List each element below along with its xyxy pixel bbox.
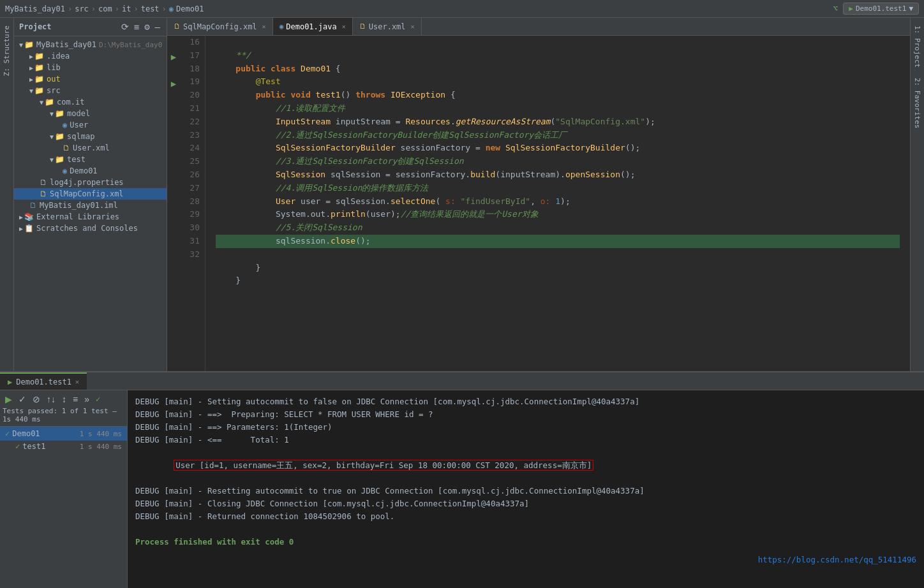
tree-item-log4j[interactable]: 🗋 log4j.properties: [14, 177, 167, 188]
sidebar-title: Project: [19, 22, 52, 31]
tree-item-lib[interactable]: ▶ 📁 lib: [14, 62, 167, 73]
gutter-icons: ▶ ▶: [167, 36, 180, 371]
code-line-17: public class Demo01 {: [216, 64, 341, 73]
run-gutter-icon: ▶: [171, 78, 176, 89]
folder-icon: 📁: [24, 40, 34, 49]
gutter-line-19[interactable]: ▶: [167, 77, 180, 90]
collapse-icon[interactable]: ≡: [133, 20, 140, 33]
tab-label: User.xml: [369, 22, 406, 31]
tab-close[interactable]: ✕: [411, 23, 415, 30]
tree-item-iml[interactable]: 🗋 MyBatis_day01.iml: [14, 200, 167, 211]
result-sub-check: ✓: [15, 442, 20, 451]
run-config-label: Demo01.test1: [856, 4, 906, 13]
run-tab-label: Demo01.test1: [16, 378, 71, 386]
sidebar: Project ⟳ ≡ ⚙ — ▼ 📁 MyBatis_day01 D:\MyB…: [14, 18, 167, 371]
right-tab-favorites[interactable]: 2: Favorites: [911, 73, 923, 133]
tab-close[interactable]: ✕: [342, 23, 346, 30]
result-demo01[interactable]: ✓ Demo01 1 s 440 ms: [0, 427, 127, 441]
tree-item-external-libs[interactable]: ▶ 📚 External Libraries: [14, 211, 167, 223]
code-line-24: //3.通过SqlSessionFactory创建SqlSession: [216, 156, 464, 166]
tree-item-demo01[interactable]: ◉ Demo01: [14, 165, 167, 177]
tab-close[interactable]: ✕: [262, 23, 266, 30]
code-line-32: }: [216, 276, 241, 285]
gutter-line-17[interactable]: ▶: [167, 50, 180, 64]
tab-sqlmapconfig[interactable]: 🗋 SqlMapConfig.xml ✕: [167, 18, 273, 35]
gear-icon[interactable]: ⚙: [143, 20, 151, 33]
console-line-8: DEBUG [main] - Returned connection 10845…: [135, 510, 916, 523]
right-tabs: 1: Project 2: Favorites: [910, 18, 924, 371]
result-sub-label: test1: [22, 442, 45, 451]
bottom-panel: ▶ Demo01.test1 ✕ ▶ ✓ ⊘ ↑↓ ↕ ≡ » ✓ Tests …: [0, 371, 924, 588]
top-bar-right: ⌥ ▶ Demo01.test1 ▼: [833, 3, 919, 15]
console-url[interactable]: https://blog.csdn.net/qq_51411496: [758, 555, 916, 564]
run-gutter-icon: ▶: [171, 52, 176, 62]
run-toolbar: ▶ ✓ ⊘ ↑↓ ↕ ≡ » ✓ Tests passed: 1 of 1 te…: [0, 390, 127, 427]
tree-item-sqlmapconfig[interactable]: 🗋 SqlMapConfig.xml: [14, 188, 167, 200]
result-check-icon: ✓: [5, 429, 10, 438]
menu-button[interactable]: ≡: [70, 393, 80, 406]
tree-item-out[interactable]: ▶ 📁 out: [14, 73, 167, 85]
code-line-27: User user = sqlSession.selectOne( s: "fi…: [216, 196, 570, 206]
rerun-button[interactable]: ↑↓: [44, 393, 58, 406]
run-tab-close[interactable]: ✕: [75, 378, 79, 385]
tree-item-comit[interactable]: ▼ 📁 com.it: [14, 96, 167, 108]
sync-icon[interactable]: ⟳: [120, 20, 130, 33]
console-line-1: DEBUG [main] - Setting autocommit to fal…: [135, 395, 916, 408]
sidebar-toolbar: ⟳ ≡ ⚙ —: [120, 20, 161, 33]
tab-label: SqlMapConfig.xml: [183, 22, 257, 31]
check-button[interactable]: ✓: [16, 393, 29, 406]
tree-item-sqlmap[interactable]: ▼ 📁 sqlmap: [14, 131, 167, 142]
left-tabs: Z: Structure: [0, 18, 14, 371]
result-label: Demo01: [12, 429, 40, 438]
breadcrumb-part: MyBatis_day01: [5, 4, 65, 13]
close-icon[interactable]: —: [154, 20, 161, 33]
iml-icon: 🗋: [29, 201, 37, 210]
stop-button[interactable]: ⊘: [30, 393, 43, 406]
right-tab-structure[interactable]: 1: Project: [911, 20, 923, 73]
code-line-25: SqlSession sqlSession = sessionFactory.b…: [216, 170, 635, 179]
run-tab[interactable]: ▶ Demo01.test1 ✕: [0, 372, 87, 390]
code-content[interactable]: **/ public class Demo01 { @Test public v…: [205, 36, 910, 371]
left-tab-structure[interactable]: Z: Structure: [1, 20, 13, 81]
java-tab-icon: ◉: [279, 22, 284, 31]
tree-item-test[interactable]: ▼ 📁 test: [14, 154, 167, 165]
console-url-container: https://blog.csdn.net/qq_51411496: [135, 554, 916, 566]
run-config[interactable]: ▶ Demo01.test1 ▼: [843, 3, 919, 15]
tree-item-src[interactable]: ▼ 📁 src: [14, 85, 167, 96]
top-bar: MyBatis_day01 › src › com › it › test › …: [0, 0, 924, 18]
scratches-icon: 📋: [24, 224, 34, 233]
more-button[interactable]: »: [82, 393, 92, 406]
breadcrumb-part: test: [141, 4, 160, 13]
tree-item-scratches[interactable]: ▶ 📋 Scratches and Consoles: [14, 223, 167, 234]
console-line-6: DEBUG [main] - Resetting autocommit to t…: [135, 485, 916, 497]
result-sub-test1[interactable]: ✓ test1 1 s 440 ms: [0, 441, 127, 452]
tree-item-model[interactable]: ▼ 📁 model: [14, 108, 167, 119]
breadcrumb-part: it: [122, 4, 131, 13]
folder-icon: 📁: [34, 63, 44, 72]
tree-item-user-java[interactable]: ◉ User: [14, 119, 167, 131]
sort-button[interactable]: ↕: [59, 393, 69, 406]
run-button[interactable]: ▶: [3, 393, 15, 406]
bottom-content: ▶ ✓ ⊘ ↑↓ ↕ ≡ » ✓ Tests passed: 1 of 1 te…: [0, 390, 924, 588]
console-area: DEBUG [main] - Setting autocommit to fal…: [128, 390, 924, 588]
console-line-5: User [id=1, username=王五, sex=2, birthday…: [135, 446, 916, 485]
tree-item-user-xml[interactable]: 🗋 User.xml: [14, 142, 167, 154]
folder-icon: 📁: [45, 98, 54, 107]
run-results: ✓ Demo01 1 s 440 ms ✓ test1 1 s 440 ms: [0, 427, 127, 588]
run-config-icon: ▶: [849, 4, 853, 13]
console-line-9: [135, 523, 916, 536]
result-sub-time: 1 s 440 ms: [80, 443, 122, 451]
code-line-20: //1.读取配置文件: [216, 103, 345, 113]
tests-passed-label: Tests passed: 1 of 1 test – 1s 440 ms: [3, 407, 124, 423]
java-class-icon: ◉: [63, 166, 67, 175]
tab-demo01[interactable]: ◉ Demo01.java ✕: [273, 18, 353, 35]
code-line-21: InputStream inputStream = Resources.getR…: [216, 117, 655, 126]
xml-icon: 🗋: [63, 143, 70, 152]
run-tab-icon: ▶: [8, 378, 12, 386]
tab-label: Demo01.java: [286, 22, 336, 31]
console-line-10: Process finished with exit code 0: [135, 536, 916, 548]
code-line-16: **/: [216, 50, 251, 60]
tree-item-idea[interactable]: ▶ 📁 .idea: [14, 50, 167, 62]
tab-userxml[interactable]: 🗋 User.xml ✕: [353, 18, 422, 35]
tree-item-root[interactable]: ▼ 📁 MyBatis_day01 D:\MyBatis_day0: [14, 39, 167, 50]
